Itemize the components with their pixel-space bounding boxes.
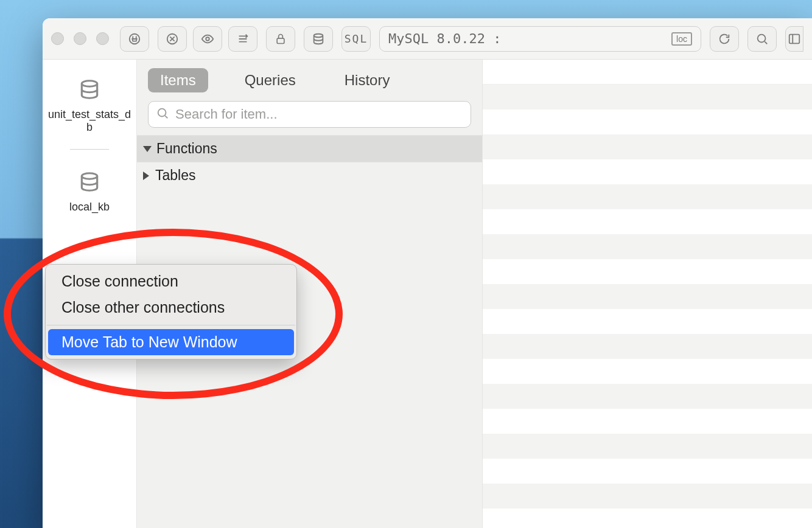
context-menu-separator: [47, 325, 295, 325]
panel-icon-button[interactable]: [785, 26, 803, 52]
tree-row-label: Functions: [156, 141, 217, 157]
database-icon: [78, 78, 101, 103]
sidebar-item-label: local_kb: [68, 201, 111, 214]
refresh-icon-button[interactable]: [710, 26, 739, 52]
svg-point-4: [314, 33, 323, 37]
search-box[interactable]: [148, 101, 471, 128]
plug-icon-button[interactable]: [120, 26, 149, 52]
database-icon: [78, 170, 101, 196]
database-icon-button[interactable]: [304, 26, 333, 52]
window-traffic-lights: [51, 32, 109, 45]
sidebar-item-local-kb[interactable]: local_kb: [43, 167, 136, 220]
window-toolbar: SQL MySQL 8.0.22 : loc: [43, 18, 812, 60]
chevron-down-icon: [143, 146, 152, 152]
zoom-window-button[interactable]: [96, 32, 109, 45]
tree-row-label: Tables: [155, 167, 195, 184]
svg-point-2: [206, 37, 209, 41]
svg-point-7: [82, 81, 97, 87]
close-window-button[interactable]: [51, 32, 64, 45]
text-lines-icon-button[interactable]: [228, 26, 257, 52]
search-icon: [156, 106, 169, 122]
tab-queries[interactable]: Queries: [233, 68, 308, 92]
toolbar-group-1: [158, 26, 257, 52]
content-header-row: [483, 60, 812, 85]
eye-icon-button[interactable]: [193, 26, 222, 52]
chevron-right-icon: [143, 172, 149, 180]
svg-point-8: [82, 173, 97, 179]
sidebar-separator: [70, 149, 109, 150]
loc-badge: loc: [671, 32, 692, 46]
context-menu-close-connection[interactable]: Close connection: [46, 268, 296, 294]
minimize-window-button[interactable]: [74, 32, 86, 45]
context-menu: Close connection Close other connections…: [45, 264, 297, 360]
cancel-icon-button[interactable]: [158, 26, 187, 52]
tab-history[interactable]: History: [332, 68, 402, 92]
tree-row-functions[interactable]: Functions: [137, 135, 482, 162]
search-wrap: [137, 101, 482, 135]
svg-point-5: [758, 34, 766, 42]
connection-info-text: MySQL 8.0.22 :: [388, 31, 501, 46]
content-zebra-rows: [483, 85, 812, 528]
svg-point-10: [158, 109, 166, 117]
svg-rect-6: [789, 34, 800, 43]
context-menu-close-other[interactable]: Close other connections: [46, 294, 296, 321]
search-icon-button[interactable]: [747, 26, 777, 52]
lock-icon-button[interactable]: [266, 26, 295, 52]
svg-rect-3: [277, 38, 284, 43]
sidebar-item-unit-test-stats-db[interactable]: unit_test_stats_db: [43, 74, 136, 139]
sidebar-item-label: unit_test_stats_db: [45, 108, 134, 133]
context-menu-move-tab[interactable]: Move Tab to New Window: [48, 329, 294, 355]
main-content: [483, 60, 812, 528]
search-input[interactable]: [175, 106, 463, 122]
items-panel-tabs: Items Queries History: [137, 60, 482, 101]
sql-button[interactable]: SQL: [341, 26, 371, 52]
connection-info-field[interactable]: MySQL 8.0.22 : loc: [379, 26, 701, 52]
tree-row-tables[interactable]: Tables: [137, 162, 482, 189]
tab-items[interactable]: Items: [148, 68, 208, 92]
